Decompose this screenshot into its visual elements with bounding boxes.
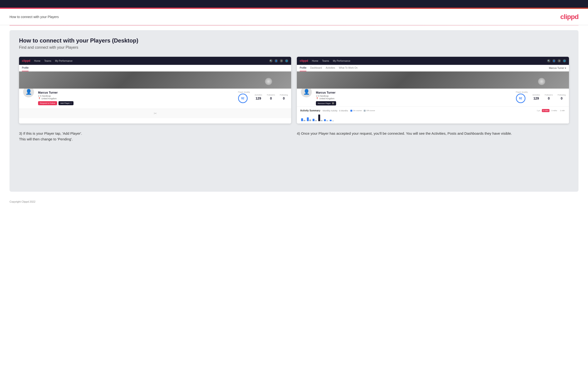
request-to-follow-button[interactable]: Request to Follow (38, 101, 57, 105)
search-icon[interactable]: 🔍 (269, 59, 273, 62)
chart-bar-off-4 (321, 120, 322, 121)
left-stat-activities: Activities 129 (254, 94, 262, 100)
settings-icon[interactable]: ⚙ (280, 59, 283, 62)
right-location-icon: 📍 (316, 97, 319, 100)
left-app-tabs: Profile (19, 65, 291, 72)
filter-1yr[interactable]: 1 yr (536, 109, 541, 112)
right-tab-activities[interactable]: Activities (326, 65, 335, 71)
chart-bar-on-1 (301, 118, 303, 121)
left-player-handicap: 1-5 Handicap (38, 95, 232, 97)
right-player-handicap: 1-5 Handicap (316, 95, 510, 97)
remove-player-button[interactable]: Remove Player ✕ (316, 101, 336, 106)
filter-1mth[interactable]: 1 mth (559, 109, 566, 112)
page-header: How to connect with your Players clippd (0, 9, 588, 25)
clippd-logo: clippd (560, 13, 579, 21)
chart-bar-on-6 (330, 120, 332, 121)
activity-title: Activity Summary (300, 109, 320, 112)
chart-bar-off-5 (326, 120, 328, 121)
breadcrumb: How to connect with your Players (9, 15, 59, 19)
chart-bar-group-3 (312, 119, 317, 121)
right-profile-info: Marcus Turner 1-5 Handicap 📍 United King… (316, 91, 510, 106)
chart-bar-off-3 (315, 120, 317, 121)
activity-chart (300, 114, 566, 121)
right-avatar-person-icon: 👤 (303, 89, 310, 95)
chart-bar-group-6 (330, 120, 334, 121)
right-profile-section: 👤 Marcus Turner 1-5 Handicap 📍 United Ki… (297, 89, 569, 106)
right-tab-player-name: Marcus Turner ▾ (549, 67, 566, 69)
right-globe-icon[interactable]: 🌐 (563, 59, 566, 62)
right-quality-circle: 92 (516, 94, 526, 103)
screenshot-right: clippd Home Teams My Performance 🔍 👤 ⚙ 🌐… (297, 57, 569, 124)
left-nav-logo: clippd (22, 59, 30, 62)
filter-6mths[interactable]: 6 mths (542, 109, 549, 112)
user-icon[interactable]: 👤 (275, 59, 278, 62)
chart-bar-off-1 (303, 120, 305, 121)
description-right: 4) Once your Player has accepted your re… (297, 131, 569, 142)
filter-3mths[interactable]: 3 mths (550, 109, 558, 112)
chart-bar-group-2 (307, 117, 311, 121)
left-nav-teams[interactable]: Teams (44, 60, 51, 62)
right-nav-teams[interactable]: Teams (322, 60, 329, 62)
left-nav-icons: 🔍 👤 ⚙ 🌐 (269, 59, 288, 62)
add-player-button[interactable]: Add Player + (59, 101, 73, 105)
right-tab-profile[interactable]: Profile (300, 65, 306, 71)
left-player-country: 📍 United Kingdom (38, 97, 232, 100)
activity-header: Activity Summary Monthly Activity · 6 Mo… (300, 109, 566, 112)
chart-bar-off-6 (332, 121, 334, 121)
activity-subtitle: Monthly Activity · 6 Months (322, 109, 348, 112)
description-right-text: 4) Once your Player has accepted your re… (297, 131, 569, 136)
time-filters: 1 yr 6 mths 3 mths 1 mth (536, 109, 566, 112)
left-nav-performance[interactable]: My Performance (55, 60, 72, 62)
right-nav-logo: clippd (300, 59, 308, 62)
chart-bar-off-2 (309, 119, 311, 121)
chart-bar-group-1 (301, 118, 305, 121)
right-nav-icons: 🔍 👤 ⚙ 🌐 (547, 59, 566, 62)
right-stat-activities: Activities 129 (532, 94, 540, 100)
copyright-text: Copyright Clippd 2022 (9, 200, 35, 203)
page-title: How to connect with your Players (Deskto… (19, 37, 569, 44)
right-search-icon[interactable]: 🔍 (547, 59, 550, 62)
right-player-name: Marcus Turner (316, 91, 510, 94)
chart-bar-on-5 (324, 119, 326, 121)
chart-bar-on-4 (318, 115, 320, 121)
right-banner (297, 72, 569, 89)
descriptions-row: 3) If this is your Player tap, 'Add Play… (19, 131, 569, 142)
scissors-icon: ✂ (154, 111, 157, 116)
right-user-icon[interactable]: 👤 (552, 59, 556, 62)
plus-icon: + (70, 102, 72, 104)
right-stat-followers: Followers 0 (545, 94, 553, 100)
right-tab-what-to-work-on[interactable]: What To Work On (339, 65, 358, 71)
off-course-label: Off course (366, 109, 375, 112)
left-player-name: Marcus Turner (38, 91, 232, 94)
left-profile-info: Marcus Turner 1-5 Handicap 📍 United King… (38, 91, 232, 105)
activity-legend: On course Off course (350, 109, 375, 112)
right-nav-home[interactable]: Home (312, 60, 318, 62)
chart-bar-on-2 (307, 117, 309, 121)
right-settings-icon[interactable]: ⚙ (558, 59, 561, 62)
description-left-text: 3) If this is your Player tap, 'Add Play… (19, 131, 291, 142)
right-tab-dashboard[interactable]: Dashboard (310, 65, 322, 71)
right-stat-quality: Player Quality 92 (516, 91, 528, 103)
right-app-tabs: Profile Dashboard Activities What To Wor… (297, 65, 569, 72)
activity-section: Activity Summary Monthly Activity · 6 Mo… (297, 106, 569, 124)
left-profile-buttons: Request to Follow Add Player + (38, 101, 232, 105)
left-nav-home[interactable]: Home (34, 60, 40, 62)
left-quality-circle: 92 (238, 94, 248, 103)
right-player-country: 📍 United Kingdom (316, 97, 510, 100)
legend-off-course: Off course (364, 109, 375, 112)
right-app-nav: clippd Home Teams My Performance 🔍 👤 ⚙ 🌐 (297, 57, 569, 65)
left-app-nav: clippd Home Teams My Performance 🔍 👤 ⚙ 🌐 (19, 57, 291, 65)
left-profile-section: 👤 Marcus Turner 1-5 Handicap 📍 United Ki… (19, 89, 291, 108)
page-subtitle: Find and connect with your Players (19, 45, 569, 50)
remove-x-icon: ✕ (332, 102, 334, 105)
screenshots-row: clippd Home Teams My Performance 🔍 👤 ⚙ 🌐… (19, 57, 569, 124)
avatar-person-icon: 👤 (26, 89, 32, 95)
screenshot-left: clippd Home Teams My Performance 🔍 👤 ⚙ 🌐… (19, 57, 291, 124)
left-tab-profile[interactable]: Profile (22, 65, 28, 71)
location-icon: 📍 (38, 97, 41, 100)
left-stat-following: Following 0 (280, 94, 288, 100)
globe-icon[interactable]: 🌐 (285, 59, 288, 62)
left-stat-followers: Followers 0 (267, 94, 275, 100)
right-nav-performance[interactable]: My Performance (333, 60, 350, 62)
left-stats-row: Player Quality 92 Activities 129 Followe… (238, 91, 288, 103)
